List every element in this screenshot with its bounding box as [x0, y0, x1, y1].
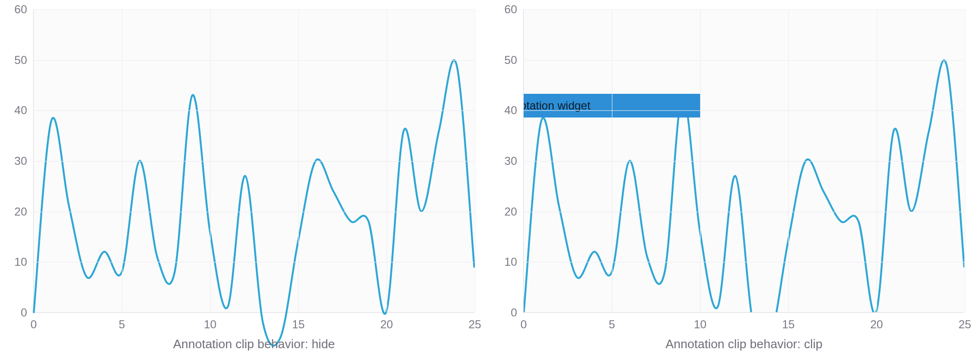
x-tick-label: 0	[30, 318, 37, 331]
gridline-v	[475, 9, 475, 312]
x-tick-label: 10	[694, 318, 707, 331]
gridline-h	[524, 212, 964, 212]
gridline-h	[34, 262, 474, 262]
y-tick-label: 40	[504, 104, 517, 117]
y-tick-label: 60	[14, 3, 27, 16]
y-tick-label: 30	[504, 154, 517, 168]
y-tick-label: 10	[14, 255, 27, 269]
gridline-v	[788, 9, 789, 312]
plot-area: esian annotation widget Annotation clip …	[33, 9, 474, 313]
y-tick-label: 0	[511, 306, 517, 319]
gridline-h	[524, 262, 964, 262]
gridline-v	[387, 9, 387, 312]
gridline-h	[34, 161, 474, 162]
x-tick-label: 15	[292, 318, 305, 331]
gridline-h	[34, 110, 474, 111]
x-tick-label: 10	[204, 318, 217, 331]
gridline-h	[34, 60, 474, 61]
x-tick-label: 20	[380, 318, 393, 331]
gridline-v	[298, 9, 299, 312]
plot-area: esian annotation widget Annotation clip …	[523, 9, 964, 313]
x-tick-label: 20	[870, 318, 883, 331]
y-tick-label: 0	[21, 306, 27, 319]
x-tick-label: 5	[609, 318, 615, 331]
y-tick-label: 50	[504, 54, 517, 67]
gridline-h	[524, 9, 964, 10]
gridline-v	[210, 9, 211, 312]
x-tick-label: 5	[119, 318, 125, 331]
gridline-v	[877, 9, 877, 312]
gridline-v	[612, 9, 612, 312]
page-root: esian annotation widget Annotation clip …	[0, 0, 980, 361]
x-tick-label: 15	[782, 318, 795, 331]
y-tick-label: 30	[14, 154, 27, 168]
gridline-v	[965, 9, 965, 312]
y-tick-label: 20	[14, 205, 27, 218]
annotation-text: esian annotation widget	[524, 99, 591, 112]
gridline-h	[34, 212, 474, 212]
gridline-h	[524, 60, 964, 61]
y-tick-label: 40	[14, 104, 27, 117]
gridline-h	[524, 110, 964, 111]
chart-panel-clip: esian annotation widget Annotation clip …	[490, 0, 980, 361]
y-tick-label: 20	[504, 205, 517, 218]
gridline-v	[122, 9, 122, 312]
y-tick-label: 50	[14, 54, 27, 67]
y-tick-label: 60	[504, 3, 517, 16]
x-tick-label: 25	[959, 318, 971, 331]
y-tick-label: 10	[504, 255, 517, 269]
x-axis-title: Annotation clip behavior: clip	[666, 337, 823, 352]
x-tick-label: 25	[469, 318, 481, 331]
x-axis-title: Annotation clip behavior: hide	[173, 337, 335, 352]
gridline-h	[524, 161, 964, 162]
gridline-v	[700, 9, 701, 312]
chart-panel-hide: esian annotation widget Annotation clip …	[0, 0, 490, 361]
x-tick-label: 0	[520, 318, 527, 331]
gridline-h	[34, 9, 474, 10]
